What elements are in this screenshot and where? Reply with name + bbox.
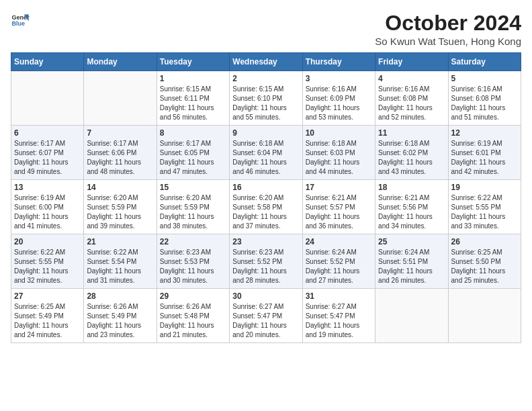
week-row-5: 27Sunrise: 6:25 AM Sunset: 5:49 PM Dayli… [11,289,521,343]
day-detail: Sunrise: 6:20 AM Sunset: 5:59 PM Dayligh… [87,193,153,231]
calendar-cell: 10Sunrise: 6:18 AM Sunset: 6:03 PM Dayli… [302,126,375,180]
day-number: 11 [378,128,445,138]
calendar-cell: 23Sunrise: 6:23 AM Sunset: 5:52 PM Dayli… [230,234,302,289]
logo: General Blue [11,11,32,30]
title-block: October 2024 So Kwun Wat Tsuen, Hong Kon… [375,11,521,47]
week-row-2: 6Sunrise: 6:17 AM Sunset: 6:07 PM Daylig… [11,126,521,180]
day-number: 2 [232,74,299,83]
day-detail: Sunrise: 6:17 AM Sunset: 6:07 PM Dayligh… [14,139,81,177]
calendar-cell: 19Sunrise: 6:22 AM Sunset: 5:55 PM Dayli… [448,180,521,234]
day-detail: Sunrise: 6:24 AM Sunset: 5:51 PM Dayligh… [378,248,445,285]
day-detail: Sunrise: 6:19 AM Sunset: 6:01 PM Dayligh… [451,139,518,177]
day-detail: Sunrise: 6:21 AM Sunset: 5:56 PM Dayligh… [378,193,445,231]
day-detail: Sunrise: 6:27 AM Sunset: 5:47 PM Dayligh… [232,302,299,340]
day-detail: Sunrise: 6:18 AM Sunset: 6:04 PM Dayligh… [232,139,299,177]
day-number: 27 [14,291,81,301]
day-detail: Sunrise: 6:26 AM Sunset: 5:48 PM Dayligh… [160,302,226,340]
calendar-cell: 22Sunrise: 6:23 AM Sunset: 5:53 PM Dayli… [157,234,229,289]
week-row-1: 1Sunrise: 6:15 AM Sunset: 6:11 PM Daylig… [11,71,521,126]
day-detail: Sunrise: 6:26 AM Sunset: 5:49 PM Dayligh… [87,302,153,340]
day-number: 9 [232,128,299,138]
calendar-cell [448,289,521,343]
page-header: General Blue October 2024 So Kwun Wat Ts… [11,11,521,47]
day-number: 25 [378,237,445,246]
svg-text:Blue: Blue [11,20,25,27]
day-number: 23 [232,237,299,246]
calendar-cell: 21Sunrise: 6:22 AM Sunset: 5:54 PM Dayli… [84,234,157,289]
day-detail: Sunrise: 6:18 AM Sunset: 6:02 PM Dayligh… [378,139,445,177]
day-number: 26 [451,237,518,246]
day-detail: Sunrise: 6:22 AM Sunset: 5:54 PM Dayligh… [87,248,153,285]
calendar-cell: 4Sunrise: 6:16 AM Sunset: 6:08 PM Daylig… [375,71,448,126]
calendar-cell: 2Sunrise: 6:15 AM Sunset: 6:10 PM Daylig… [230,71,302,126]
day-number: 18 [378,183,445,192]
day-number: 1 [160,74,226,83]
calendar-cell: 1Sunrise: 6:15 AM Sunset: 6:11 PM Daylig… [157,71,229,126]
calendar-cell: 25Sunrise: 6:24 AM Sunset: 5:51 PM Dayli… [375,234,448,289]
day-header-saturday: Saturday [448,53,521,71]
day-detail: Sunrise: 6:17 AM Sunset: 6:06 PM Dayligh… [87,139,153,177]
day-number: 20 [14,237,81,246]
day-header-sunday: Sunday [11,53,84,71]
day-number: 15 [160,183,226,192]
day-detail: Sunrise: 6:27 AM Sunset: 5:47 PM Dayligh… [306,302,372,340]
calendar-cell: 13Sunrise: 6:19 AM Sunset: 6:00 PM Dayli… [11,180,84,234]
day-number: 3 [306,74,372,83]
calendar-cell: 16Sunrise: 6:20 AM Sunset: 5:58 PM Dayli… [230,180,302,234]
day-number: 5 [451,74,518,83]
day-header-friday: Friday [375,53,448,71]
days-header-row: SundayMondayTuesdayWednesdayThursdayFrid… [11,53,521,71]
calendar-cell: 26Sunrise: 6:25 AM Sunset: 5:50 PM Dayli… [448,234,521,289]
day-number: 7 [87,128,153,138]
day-number: 4 [378,74,445,83]
day-number: 17 [306,183,372,192]
day-detail: Sunrise: 6:23 AM Sunset: 5:53 PM Dayligh… [160,248,226,285]
day-header-tuesday: Tuesday [157,53,229,71]
day-header-wednesday: Wednesday [230,53,302,71]
day-detail: Sunrise: 6:16 AM Sunset: 6:09 PM Dayligh… [306,85,372,122]
day-number: 28 [87,291,153,301]
day-detail: Sunrise: 6:20 AM Sunset: 5:58 PM Dayligh… [232,193,299,231]
calendar-cell: 8Sunrise: 6:17 AM Sunset: 6:05 PM Daylig… [157,126,229,180]
day-header-monday: Monday [84,53,157,71]
calendar-cell: 29Sunrise: 6:26 AM Sunset: 5:48 PM Dayli… [157,289,229,343]
day-number: 22 [160,237,226,246]
calendar-cell: 20Sunrise: 6:22 AM Sunset: 5:55 PM Dayli… [11,234,84,289]
calendar-cell [11,71,84,126]
day-number: 13 [14,183,81,192]
calendar-cell: 30Sunrise: 6:27 AM Sunset: 5:47 PM Dayli… [230,289,302,343]
day-detail: Sunrise: 6:15 AM Sunset: 6:11 PM Dayligh… [160,85,226,122]
day-number: 16 [232,183,299,192]
day-header-thursday: Thursday [302,53,375,71]
calendar-cell: 27Sunrise: 6:25 AM Sunset: 5:49 PM Dayli… [11,289,84,343]
day-detail: Sunrise: 6:15 AM Sunset: 6:10 PM Dayligh… [232,85,299,122]
calendar-table: SundayMondayTuesdayWednesdayThursdayFrid… [11,52,521,343]
calendar-cell: 3Sunrise: 6:16 AM Sunset: 6:09 PM Daylig… [302,71,375,126]
day-detail: Sunrise: 6:25 AM Sunset: 5:49 PM Dayligh… [14,302,81,340]
day-number: 12 [451,128,518,138]
calendar-cell: 24Sunrise: 6:24 AM Sunset: 5:52 PM Dayli… [302,234,375,289]
day-detail: Sunrise: 6:21 AM Sunset: 5:57 PM Dayligh… [306,193,372,231]
day-detail: Sunrise: 6:22 AM Sunset: 5:55 PM Dayligh… [451,193,518,231]
calendar-subtitle: So Kwun Wat Tsuen, Hong Kong [375,36,521,47]
day-number: 24 [306,237,372,246]
calendar-body: 1Sunrise: 6:15 AM Sunset: 6:11 PM Daylig… [11,71,521,343]
day-detail: Sunrise: 6:16 AM Sunset: 6:08 PM Dayligh… [378,85,445,122]
day-detail: Sunrise: 6:19 AM Sunset: 6:00 PM Dayligh… [14,193,81,231]
day-number: 14 [87,183,153,192]
week-row-4: 20Sunrise: 6:22 AM Sunset: 5:55 PM Dayli… [11,234,521,289]
day-detail: Sunrise: 6:25 AM Sunset: 5:50 PM Dayligh… [451,248,518,285]
day-detail: Sunrise: 6:16 AM Sunset: 6:08 PM Dayligh… [451,85,518,122]
day-number: 10 [306,128,372,138]
calendar-cell: 15Sunrise: 6:20 AM Sunset: 5:59 PM Dayli… [157,180,229,234]
day-detail: Sunrise: 6:24 AM Sunset: 5:52 PM Dayligh… [306,248,372,285]
calendar-cell: 14Sunrise: 6:20 AM Sunset: 5:59 PM Dayli… [84,180,157,234]
calendar-cell: 11Sunrise: 6:18 AM Sunset: 6:02 PM Dayli… [375,126,448,180]
week-row-3: 13Sunrise: 6:19 AM Sunset: 6:00 PM Dayli… [11,180,521,234]
day-detail: Sunrise: 6:17 AM Sunset: 6:05 PM Dayligh… [160,139,226,177]
day-detail: Sunrise: 6:23 AM Sunset: 5:52 PM Dayligh… [232,248,299,285]
calendar-cell: 28Sunrise: 6:26 AM Sunset: 5:49 PM Dayli… [84,289,157,343]
day-number: 8 [160,128,226,138]
day-number: 6 [14,128,81,138]
calendar-cell [375,289,448,343]
